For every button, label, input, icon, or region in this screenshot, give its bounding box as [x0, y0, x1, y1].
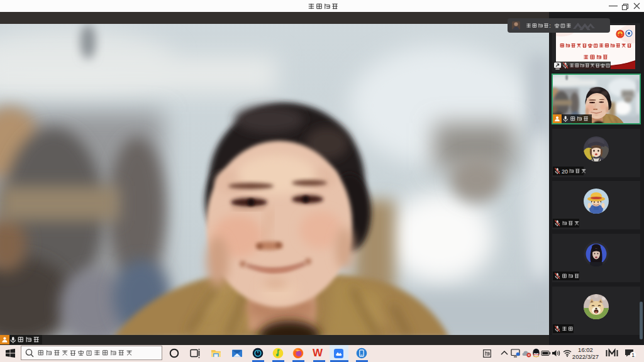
svg-text::: : [549, 23, 551, 29]
svg-text:20: 20 [562, 168, 568, 175]
svg-text:1: 1 [631, 352, 635, 358]
